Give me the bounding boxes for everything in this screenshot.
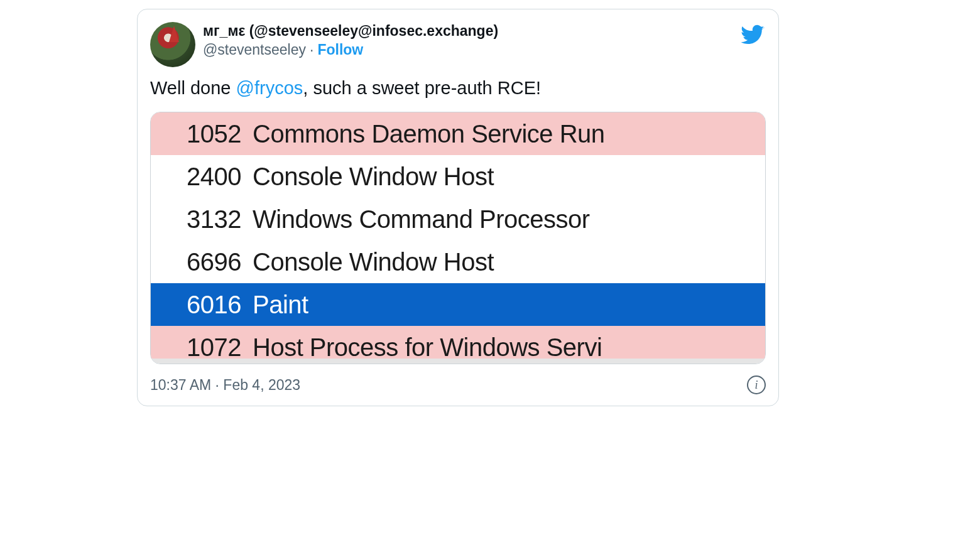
process-name: Windows Command Processor: [253, 207, 590, 232]
process-pid: 1052: [166, 121, 241, 146]
separator-dot: ·: [310, 41, 313, 60]
embedded-image[interactable]: 1052 Commons Daemon Service Run 2400 Con…: [150, 112, 766, 364]
tweet-footer: 10:37 AM · Feb 4, 2023 i: [150, 375, 766, 394]
process-row: 3132 Windows Command Processor: [151, 198, 765, 240]
info-icon[interactable]: i: [747, 375, 766, 394]
tweet-text-part1: Well done: [150, 78, 236, 98]
scrollbar-track: [151, 359, 765, 364]
process-list: 1052 Commons Daemon Service Run 2400 Con…: [151, 112, 765, 359]
process-pid: 6696: [166, 249, 241, 274]
process-row: 6696 Console Window Host: [151, 240, 765, 283]
twitter-bird-icon[interactable]: [741, 23, 765, 47]
author-block: мг_мε (@stevenseeley@infosec.exchange) @…: [203, 22, 498, 60]
tweet-text: Well done @frycos, such a sweet pre-auth…: [150, 76, 766, 100]
process-name: Console Window Host: [253, 249, 494, 274]
tweet-header: мг_мε (@stevenseeley@infosec.exchange) @…: [150, 22, 766, 67]
process-name: Commons Daemon Service Run: [253, 121, 605, 146]
tweet-text-part2: , such a sweet pre-auth RCE!: [303, 78, 541, 98]
display-name[interactable]: мг_мε (@stevenseeley@infosec.exchange): [203, 22, 498, 41]
tweet-card[interactable]: мг_мε (@stevenseeley@infosec.exchange) @…: [137, 9, 779, 406]
handle[interactable]: @steventseeley: [203, 41, 306, 60]
process-row: 1052 Commons Daemon Service Run: [151, 112, 765, 155]
avatar[interactable]: [150, 22, 195, 67]
process-pid: 6016: [166, 292, 241, 317]
mention-link[interactable]: @frycos: [236, 78, 303, 98]
handle-row: @steventseeley · Follow: [203, 41, 498, 60]
process-row: 1072 Host Process for Windows Servi: [151, 326, 765, 359]
timestamp[interactable]: 10:37 AM · Feb 4, 2023: [150, 377, 300, 394]
follow-link[interactable]: Follow: [317, 41, 363, 60]
process-pid: 3132: [166, 207, 241, 232]
process-row-selected: 6016 Paint: [151, 283, 765, 326]
process-row: 2400 Console Window Host: [151, 155, 765, 198]
process-pid: 2400: [166, 164, 241, 189]
process-name: Host Process for Windows Servi: [253, 335, 602, 359]
process-pid: 1072: [166, 335, 241, 359]
process-name: Console Window Host: [253, 164, 494, 189]
process-name: Paint: [253, 292, 308, 317]
